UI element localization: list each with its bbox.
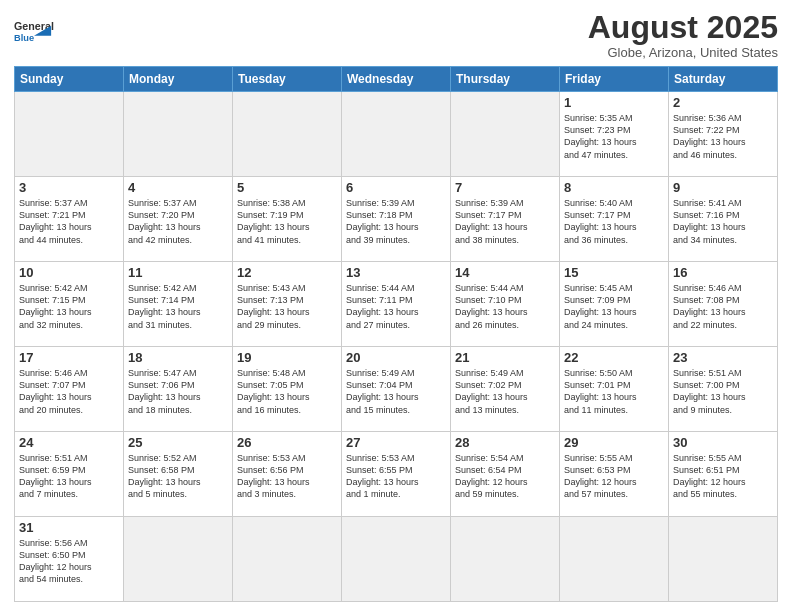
day-info: Sunrise: 5:45 AMSunset: 7:09 PMDaylight:… <box>564 282 664 331</box>
day-cell <box>124 92 233 177</box>
day-number: 21 <box>455 350 555 365</box>
day-cell: 18Sunrise: 5:47 AMSunset: 7:06 PMDayligh… <box>124 347 233 432</box>
day-cell <box>342 92 451 177</box>
week-row-0: 1Sunrise: 5:35 AMSunset: 7:23 PMDaylight… <box>15 92 778 177</box>
day-cell: 25Sunrise: 5:52 AMSunset: 6:58 PMDayligh… <box>124 432 233 517</box>
day-info: Sunrise: 5:43 AMSunset: 7:13 PMDaylight:… <box>237 282 337 331</box>
day-cell <box>342 517 451 602</box>
day-cell: 8Sunrise: 5:40 AMSunset: 7:17 PMDaylight… <box>560 177 669 262</box>
day-number: 20 <box>346 350 446 365</box>
day-number: 18 <box>128 350 228 365</box>
day-cell <box>233 517 342 602</box>
day-cell: 13Sunrise: 5:44 AMSunset: 7:11 PMDayligh… <box>342 262 451 347</box>
day-number: 5 <box>237 180 337 195</box>
day-info: Sunrise: 5:56 AMSunset: 6:50 PMDaylight:… <box>19 537 119 586</box>
weekday-header-friday: Friday <box>560 67 669 92</box>
day-info: Sunrise: 5:44 AMSunset: 7:10 PMDaylight:… <box>455 282 555 331</box>
day-cell <box>451 92 560 177</box>
day-cell <box>124 517 233 602</box>
day-number: 6 <box>346 180 446 195</box>
day-info: Sunrise: 5:35 AMSunset: 7:23 PMDaylight:… <box>564 112 664 161</box>
weekday-header-sunday: Sunday <box>15 67 124 92</box>
day-cell <box>451 517 560 602</box>
week-row-5: 31Sunrise: 5:56 AMSunset: 6:50 PMDayligh… <box>15 517 778 602</box>
day-cell <box>669 517 778 602</box>
logo-svg: General Blue <box>14 10 64 50</box>
weekday-header-tuesday: Tuesday <box>233 67 342 92</box>
day-number: 9 <box>673 180 773 195</box>
day-cell: 28Sunrise: 5:54 AMSunset: 6:54 PMDayligh… <box>451 432 560 517</box>
day-info: Sunrise: 5:46 AMSunset: 7:07 PMDaylight:… <box>19 367 119 416</box>
day-cell: 17Sunrise: 5:46 AMSunset: 7:07 PMDayligh… <box>15 347 124 432</box>
day-number: 12 <box>237 265 337 280</box>
day-info: Sunrise: 5:48 AMSunset: 7:05 PMDaylight:… <box>237 367 337 416</box>
week-row-2: 10Sunrise: 5:42 AMSunset: 7:15 PMDayligh… <box>15 262 778 347</box>
day-cell: 14Sunrise: 5:44 AMSunset: 7:10 PMDayligh… <box>451 262 560 347</box>
day-number: 11 <box>128 265 228 280</box>
day-cell: 30Sunrise: 5:55 AMSunset: 6:51 PMDayligh… <box>669 432 778 517</box>
day-cell: 4Sunrise: 5:37 AMSunset: 7:20 PMDaylight… <box>124 177 233 262</box>
day-cell: 1Sunrise: 5:35 AMSunset: 7:23 PMDaylight… <box>560 92 669 177</box>
day-number: 19 <box>237 350 337 365</box>
day-info: Sunrise: 5:53 AMSunset: 6:56 PMDaylight:… <box>237 452 337 501</box>
day-info: Sunrise: 5:54 AMSunset: 6:54 PMDaylight:… <box>455 452 555 501</box>
calendar: SundayMondayTuesdayWednesdayThursdayFrid… <box>14 66 778 602</box>
day-cell: 26Sunrise: 5:53 AMSunset: 6:56 PMDayligh… <box>233 432 342 517</box>
weekday-header-saturday: Saturday <box>669 67 778 92</box>
day-info: Sunrise: 5:52 AMSunset: 6:58 PMDaylight:… <box>128 452 228 501</box>
day-cell: 3Sunrise: 5:37 AMSunset: 7:21 PMDaylight… <box>15 177 124 262</box>
day-info: Sunrise: 5:40 AMSunset: 7:17 PMDaylight:… <box>564 197 664 246</box>
day-number: 25 <box>128 435 228 450</box>
day-number: 1 <box>564 95 664 110</box>
day-info: Sunrise: 5:53 AMSunset: 6:55 PMDaylight:… <box>346 452 446 501</box>
day-info: Sunrise: 5:51 AMSunset: 7:00 PMDaylight:… <box>673 367 773 416</box>
day-info: Sunrise: 5:55 AMSunset: 6:53 PMDaylight:… <box>564 452 664 501</box>
day-cell: 27Sunrise: 5:53 AMSunset: 6:55 PMDayligh… <box>342 432 451 517</box>
week-row-3: 17Sunrise: 5:46 AMSunset: 7:07 PMDayligh… <box>15 347 778 432</box>
day-info: Sunrise: 5:51 AMSunset: 6:59 PMDaylight:… <box>19 452 119 501</box>
day-info: Sunrise: 5:42 AMSunset: 7:14 PMDaylight:… <box>128 282 228 331</box>
day-cell: 7Sunrise: 5:39 AMSunset: 7:17 PMDaylight… <box>451 177 560 262</box>
day-cell: 2Sunrise: 5:36 AMSunset: 7:22 PMDaylight… <box>669 92 778 177</box>
day-cell: 24Sunrise: 5:51 AMSunset: 6:59 PMDayligh… <box>15 432 124 517</box>
day-cell: 21Sunrise: 5:49 AMSunset: 7:02 PMDayligh… <box>451 347 560 432</box>
day-info: Sunrise: 5:39 AMSunset: 7:18 PMDaylight:… <box>346 197 446 246</box>
day-number: 23 <box>673 350 773 365</box>
day-info: Sunrise: 5:42 AMSunset: 7:15 PMDaylight:… <box>19 282 119 331</box>
day-number: 17 <box>19 350 119 365</box>
weekday-header-row: SundayMondayTuesdayWednesdayThursdayFrid… <box>15 67 778 92</box>
day-cell: 20Sunrise: 5:49 AMSunset: 7:04 PMDayligh… <box>342 347 451 432</box>
day-number: 7 <box>455 180 555 195</box>
day-info: Sunrise: 5:49 AMSunset: 7:02 PMDaylight:… <box>455 367 555 416</box>
day-cell: 5Sunrise: 5:38 AMSunset: 7:19 PMDaylight… <box>233 177 342 262</box>
day-number: 14 <box>455 265 555 280</box>
day-info: Sunrise: 5:47 AMSunset: 7:06 PMDaylight:… <box>128 367 228 416</box>
weekday-header-wednesday: Wednesday <box>342 67 451 92</box>
day-number: 16 <box>673 265 773 280</box>
day-info: Sunrise: 5:36 AMSunset: 7:22 PMDaylight:… <box>673 112 773 161</box>
day-cell: 19Sunrise: 5:48 AMSunset: 7:05 PMDayligh… <box>233 347 342 432</box>
day-number: 15 <box>564 265 664 280</box>
week-row-4: 24Sunrise: 5:51 AMSunset: 6:59 PMDayligh… <box>15 432 778 517</box>
day-number: 26 <box>237 435 337 450</box>
day-info: Sunrise: 5:49 AMSunset: 7:04 PMDaylight:… <box>346 367 446 416</box>
day-cell: 12Sunrise: 5:43 AMSunset: 7:13 PMDayligh… <box>233 262 342 347</box>
day-cell: 22Sunrise: 5:50 AMSunset: 7:01 PMDayligh… <box>560 347 669 432</box>
day-cell: 10Sunrise: 5:42 AMSunset: 7:15 PMDayligh… <box>15 262 124 347</box>
day-number: 29 <box>564 435 664 450</box>
title-block: August 2025 Globe, Arizona, United State… <box>588 10 778 60</box>
day-number: 10 <box>19 265 119 280</box>
day-cell: 11Sunrise: 5:42 AMSunset: 7:14 PMDayligh… <box>124 262 233 347</box>
day-cell: 23Sunrise: 5:51 AMSunset: 7:00 PMDayligh… <box>669 347 778 432</box>
day-info: Sunrise: 5:39 AMSunset: 7:17 PMDaylight:… <box>455 197 555 246</box>
day-number: 22 <box>564 350 664 365</box>
day-info: Sunrise: 5:38 AMSunset: 7:19 PMDaylight:… <box>237 197 337 246</box>
day-number: 27 <box>346 435 446 450</box>
day-cell: 16Sunrise: 5:46 AMSunset: 7:08 PMDayligh… <box>669 262 778 347</box>
day-number: 31 <box>19 520 119 535</box>
month-year: August 2025 <box>588 10 778 45</box>
day-info: Sunrise: 5:41 AMSunset: 7:16 PMDaylight:… <box>673 197 773 246</box>
day-info: Sunrise: 5:50 AMSunset: 7:01 PMDaylight:… <box>564 367 664 416</box>
day-cell: 29Sunrise: 5:55 AMSunset: 6:53 PMDayligh… <box>560 432 669 517</box>
day-number: 4 <box>128 180 228 195</box>
